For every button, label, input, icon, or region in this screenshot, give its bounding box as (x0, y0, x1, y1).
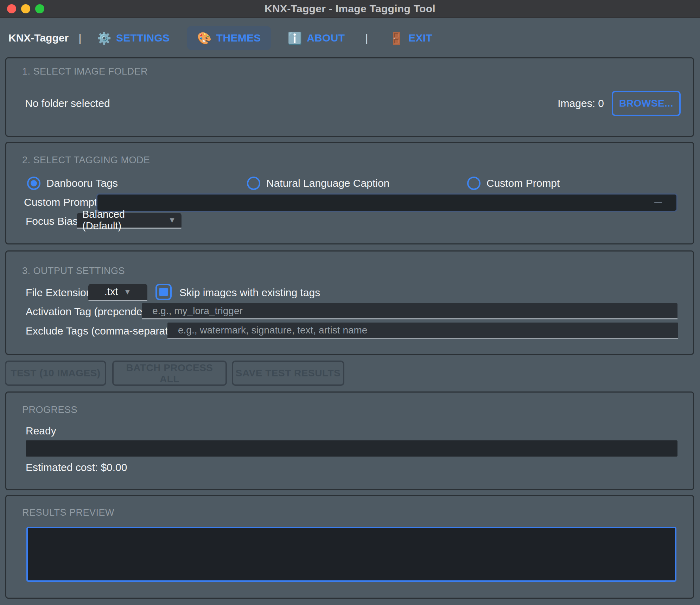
images-count-label: Images: 0 (558, 97, 604, 109)
skip-existing-label: Skip images with existing tags (179, 287, 320, 299)
estimated-cost-label: Estimated cost: $0.00 (26, 461, 127, 473)
exclude-tags-label: Exclude Tags (comma-separated): (26, 325, 186, 337)
gear-icon: ⚙️ (97, 32, 111, 44)
app-name-label: KNX-Tagger (8, 32, 69, 44)
progress-status-label: Ready (26, 425, 56, 437)
activation-tag-label: Activation Tag (prepended): (26, 306, 154, 318)
focus-bias-label: Focus Bias: (26, 215, 81, 227)
window-title: KNX-Tagger - Image Tagging Tool (265, 3, 435, 15)
activation-tag-input[interactable] (142, 303, 677, 319)
browse-button[interactable]: BROWSE... (612, 91, 681, 116)
minimize-window-button[interactable] (21, 4, 30, 13)
palette-icon: 🎨 (197, 32, 211, 44)
menu-item-themes[interactable]: 🎨 THEMES (187, 26, 271, 50)
info-icon: ℹ️ (288, 32, 302, 44)
traffic-lights (7, 4, 44, 13)
select-tagging-mode-section: 2. SELECT TAGGING MODE Danbooru Tags Nat… (5, 142, 694, 244)
exit-label: EXIT (408, 32, 432, 44)
file-extension-value: .txt (104, 286, 118, 298)
folder-status-label: No folder selected (25, 97, 110, 109)
results-preview-section: RESULTS PREVIEW (5, 495, 694, 599)
file-extension-label: File Extension: (26, 287, 95, 299)
section-header: 1. SELECT IMAGE FOLDER (22, 66, 148, 77)
test-button[interactable]: TEST (10 IMAGES) (5, 361, 106, 386)
custom-prompt-input-wrap (96, 193, 677, 212)
radio-circle-icon (467, 177, 481, 190)
dropdown-arrow-icon: ▼ (168, 216, 176, 224)
menu-separator: | (78, 32, 81, 45)
section-header: RESULTS PREVIEW (22, 507, 114, 518)
output-settings-section: 3. OUTPUT SETTINGS File Extension: .txt … (5, 250, 694, 355)
focus-bias-dropdown[interactable]: Balanced (Default) ▼ (77, 213, 182, 229)
radio-label: Danbooru Tags (46, 177, 118, 189)
save-test-results-button[interactable]: SAVE TEST RESULTS (232, 361, 344, 386)
custom-prompt-input[interactable] (96, 193, 677, 212)
radio-danbooru-tags[interactable]: Danbooru Tags (27, 176, 118, 191)
section-header: 2. SELECT TAGGING MODE (22, 155, 150, 166)
themes-label: THEMES (216, 32, 261, 44)
custom-prompt-label: Custom Prompt: (24, 196, 100, 208)
close-window-button[interactable] (7, 4, 16, 13)
settings-label: SETTINGS (116, 32, 170, 44)
file-extension-dropdown[interactable]: .txt ▼ (88, 284, 147, 301)
radio-circle-icon (247, 177, 260, 190)
radio-natural-language-caption[interactable]: Natural Language Caption (247, 176, 389, 191)
radio-circle-icon (27, 177, 40, 190)
about-label: ABOUT (307, 32, 345, 44)
dropdown-arrow-icon: ▼ (123, 288, 131, 296)
menu-item-settings[interactable]: ⚙️ SETTINGS (97, 32, 170, 44)
exclude-tags-input[interactable] (167, 323, 678, 339)
radio-label: Natural Language Caption (266, 177, 389, 189)
radio-label: Custom Prompt (486, 177, 560, 189)
maximize-window-button[interactable] (35, 4, 44, 13)
menubar: KNX-Tagger | ⚙️ SETTINGS 🎨 THEMES ℹ️ ABO… (0, 18, 700, 58)
folder-row: No folder selected Images: 0 BROWSE... (25, 89, 681, 118)
door-icon: 🚪 (389, 32, 404, 44)
results-preview-textarea[interactable] (26, 527, 676, 582)
progress-section: PROGRESS Ready Estimated cost: $0.00 (5, 391, 694, 490)
section-header: PROGRESS (22, 405, 77, 415)
progress-bar (26, 440, 677, 457)
skip-existing-checkbox[interactable] (155, 284, 172, 300)
batch-process-button[interactable]: BATCH PROCESS ALL (112, 361, 227, 386)
section-header: 3. OUTPUT SETTINGS (22, 266, 125, 276)
input-dash-indicator (654, 202, 662, 203)
menu-item-exit[interactable]: 🚪 EXIT (389, 32, 432, 44)
app-window: KNX-Tagger - Image Tagging Tool KNX-Tagg… (0, 0, 700, 605)
menu-separator: | (365, 32, 368, 45)
titlebar: KNX-Tagger - Image Tagging Tool (0, 0, 700, 18)
select-image-folder-section: 1. SELECT IMAGE FOLDER No folder selecte… (5, 57, 694, 137)
menu-item-about[interactable]: ℹ️ ABOUT (288, 32, 345, 44)
radio-custom-prompt[interactable]: Custom Prompt (467, 176, 560, 191)
focus-bias-value: Balanced (Default) (82, 209, 163, 232)
